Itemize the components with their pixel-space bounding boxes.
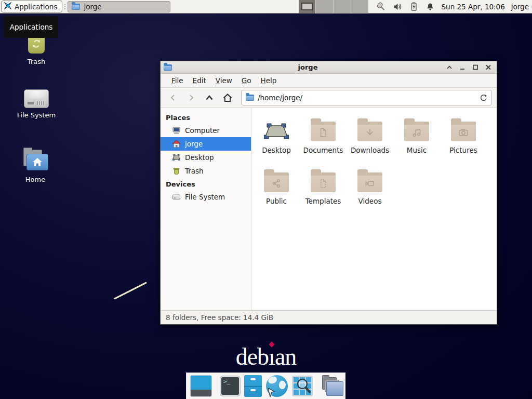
window-title: jorge [172,63,444,71]
notification-bell-icon[interactable] [425,2,435,11]
sidebar-label-computer: Computer [185,126,220,135]
path-folder-icon [246,95,254,101]
documents-folder-icon [311,122,336,141]
file-item-music[interactable]: Music [393,115,440,166]
globe-icon [266,375,288,397]
forward-button[interactable] [183,90,199,105]
bottom-dock: >_ [186,373,345,399]
maximize-button[interactable] [470,62,481,73]
statusbar: 8 folders, Free space: 14.4 GiB [161,310,497,324]
menu-help[interactable]: Help [256,74,282,87]
battery-icon[interactable] [410,2,418,11]
file-item-downloads[interactable]: Downloads [347,115,393,166]
home-button[interactable] [220,90,235,105]
sidebar-item-jorge[interactable]: jorge [161,137,251,151]
workspace-window-preview [301,3,313,10]
statusbar-text: 8 folders, Free space: 14.4 GiB [166,313,273,322]
desktop-icon [172,153,181,162]
workspace-4[interactable] [351,0,368,14]
desktop-folder-icon [264,122,289,141]
reload-icon[interactable] [479,94,487,102]
trash-icon [172,167,181,175]
close-button[interactable] [483,62,494,73]
workspace-2[interactable] [316,0,334,14]
applications-menu-label: Applications [15,3,57,11]
shade-button[interactable] [444,62,455,73]
music-folder-icon [404,122,429,141]
terminal-launcher[interactable]: >_ [220,376,240,396]
directory-menu-button[interactable] [321,375,344,397]
path-field[interactable]: /home/jorge/ [241,90,492,105]
panel-clock[interactable]: Sun 25 Apr, 10:06 [442,3,505,11]
file-item-pictures[interactable]: Pictures [440,115,487,166]
panel-separator-handle [63,2,67,12]
desktop-scratch-line [114,282,147,299]
file-manager-launcher[interactable] [244,375,262,397]
drive-icon [172,193,181,201]
mouse-settings-icon[interactable] [376,2,385,11]
file-label: Downloads [351,146,389,154]
sidebar-item-filesystem[interactable]: File System [161,190,251,204]
back-button[interactable] [165,90,181,105]
folder-icon [72,4,80,10]
computer-icon [172,126,181,135]
desktop-icon-home[interactable]: Home [9,150,61,183]
file-label: Public [266,197,287,205]
desktop-icon-filesystem[interactable]: File System [10,89,62,119]
sidebar: Places Computer jo [161,108,251,310]
window-icon [164,64,172,71]
file-item-templates[interactable]: Templates [300,166,347,217]
filesystem-label: File System [17,111,56,119]
tooltip-text: Applications [10,23,52,31]
hard-drive-icon [24,89,49,108]
taskbar-window-button[interactable]: jorge [68,1,170,12]
file-label: Documents [303,146,343,154]
sidebar-label-filesystem: File System [185,193,225,201]
system-tray [376,2,435,11]
sidebar-label-jorge: jorge [185,140,203,148]
folders-icon [321,375,344,397]
file-label: Desktop [262,146,291,154]
volume-icon[interactable] [393,2,403,11]
workspace-3[interactable] [334,0,351,14]
taskbar-window-label: jorge [84,3,101,11]
templates-folder-icon [311,172,336,192]
sidebar-label-desktop: Desktop [185,153,214,162]
menubar: File Edit View Go Help [161,74,497,88]
menu-edit[interactable]: Edit [188,74,211,87]
public-folder-icon [264,172,289,192]
applications-menu-button[interactable]: Applications [1,1,62,12]
file-item-videos[interactable]: Videos [347,166,393,217]
window-titlebar[interactable]: jorge [161,61,497,74]
places-header: Places [161,111,251,124]
applications-tooltip: Applications [4,16,58,38]
menu-view[interactable]: View [211,74,237,87]
xfce-logo-icon [4,2,12,11]
home-folder-icon [22,150,48,172]
toolbar: /home/jorge/ [161,88,497,108]
workspace-switcher[interactable] [299,0,368,14]
minimize-button[interactable] [457,62,468,73]
sidebar-item-trash[interactable]: Trash [161,164,251,178]
menu-file[interactable]: File [167,74,188,87]
downloads-folder-icon [357,122,382,141]
menu-go[interactable]: Go [237,74,256,87]
sidebar-item-computer[interactable]: Computer [161,124,251,137]
user-home-icon [172,140,181,148]
file-grid: Desktop Documents [251,108,497,310]
window-controls [444,62,494,73]
panel-user-actions[interactable]: jorge [511,3,529,11]
file-item-public[interactable]: Public [253,166,300,217]
web-browser-launcher[interactable] [266,375,288,397]
workspace-1[interactable] [299,0,316,14]
file-label: Videos [358,197,382,205]
path-text: /home/jorge/ [258,94,302,102]
top-panel: Applications jorge [0,0,532,14]
show-desktop-button[interactable] [190,375,212,397]
app-finder-launcher[interactable] [292,376,313,396]
file-item-desktop[interactable]: Desktop [253,115,300,166]
up-button[interactable] [202,90,217,105]
file-manager-window: jorge File Edit View Go Help [160,61,497,325]
file-item-documents[interactable]: Documents [300,115,347,166]
sidebar-item-desktop[interactable]: Desktop [161,151,251,164]
